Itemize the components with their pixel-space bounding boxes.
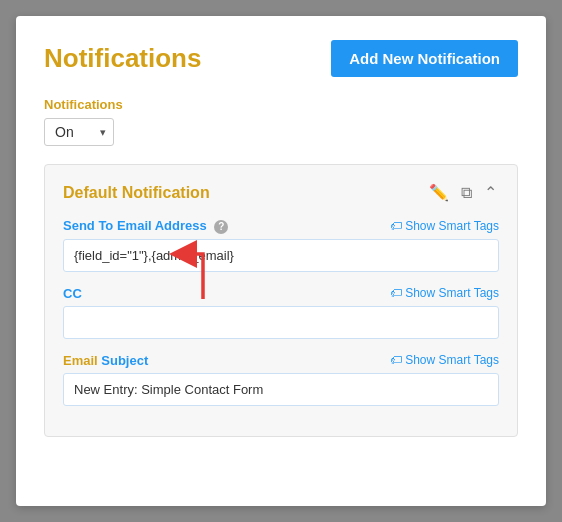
notification-box: Default Notification ✏️ ⧉ ⌃ Send To Emai… [44,164,518,437]
notification-box-icons: ✏️ ⧉ ⌃ [427,181,499,204]
main-card: Notifications Add New Notification Notif… [16,16,546,506]
cc-label: CC [63,286,82,301]
send-to-label: Send To Email Address ? [63,218,228,234]
email-subject-label: Email Subject [63,353,148,368]
notification-box-header: Default Notification ✏️ ⧉ ⌃ [63,181,499,204]
field-cc-header: CC 🏷 Show Smart Tags [63,286,499,301]
field-email-subject: Email Subject 🏷 Show Smart Tags [63,353,499,406]
tag-icon: 🏷 [390,219,402,233]
edit-icon[interactable]: ✏️ [427,181,451,204]
notifications-select[interactable]: On Off [44,118,114,146]
notifications-select-wrapper: On Off ▾ [44,118,114,146]
email-subject-input[interactable] [63,373,499,406]
section-label: Notifications [44,97,518,112]
field-cc: CC 🏷 Show Smart Tags [63,286,499,339]
email-subject-smart-tags-link[interactable]: 🏷 Show Smart Tags [390,353,499,367]
field-send-to-email: Send To Email Address ? 🏷 Show Smart Tag… [63,218,499,272]
send-to-smart-tags-link[interactable]: 🏷 Show Smart Tags [390,219,499,233]
copy-icon[interactable]: ⧉ [459,182,474,204]
page-title: Notifications [44,43,201,74]
cc-tag-icon: 🏷 [390,286,402,300]
add-notification-button[interactable]: Add New Notification [331,40,518,77]
collapse-icon[interactable]: ⌃ [482,181,499,204]
send-to-input[interactable] [63,239,499,272]
cc-input[interactable] [63,306,499,339]
field-send-to-header: Send To Email Address ? 🏷 Show Smart Tag… [63,218,499,234]
notification-box-title: Default Notification [63,184,210,202]
subject-tag-icon: 🏷 [390,353,402,367]
send-to-help-icon[interactable]: ? [214,220,228,234]
field-email-subject-header: Email Subject 🏷 Show Smart Tags [63,353,499,368]
page-header: Notifications Add New Notification [44,40,518,77]
cc-smart-tags-link[interactable]: 🏷 Show Smart Tags [390,286,499,300]
